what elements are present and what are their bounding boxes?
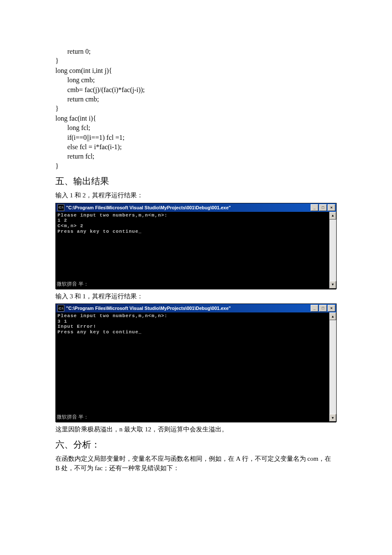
scrollbar-2[interactable]: ▲ ▼	[329, 312, 336, 422]
code-listing: return 0; } long com(int i,int j){ long …	[55, 47, 337, 171]
titlebar-1: C:\ "C:\Program Files\Microsoft Visual S…	[56, 203, 336, 212]
cmd-icon: C:\	[58, 305, 64, 312]
scroll-down-icon[interactable]: ▼	[329, 414, 336, 422]
minimize-button[interactable]: _	[311, 305, 318, 312]
section-5-heading: 五、输出结果	[55, 175, 337, 187]
window-controls: _ □ ×	[311, 305, 335, 312]
close-button[interactable]: ×	[328, 204, 335, 211]
close-button[interactable]: ×	[328, 305, 335, 312]
section-6-heading: 六、分析：	[55, 439, 337, 451]
title-text-2: "C:\Program Files\Microsoft Visual Studi…	[66, 306, 311, 311]
scroll-track[interactable]	[329, 320, 336, 414]
maximize-button[interactable]: □	[319, 305, 327, 312]
maximize-button[interactable]: □	[319, 204, 327, 211]
ime-status-1: 微软拼音 半：	[57, 280, 89, 288]
console-window-1: C:\ "C:\Program Files\Microsoft Visual S…	[55, 203, 337, 289]
title-text-1: "C:\Program Files\Microsoft Visual Studi…	[66, 205, 311, 210]
scroll-down-icon[interactable]: ▼	[329, 281, 336, 289]
console-output-1: Please input two numbers,m,n<m,n>: 1 2 C…	[56, 212, 336, 289]
titlebar-2: C:\ "C:\Program Files\Microsoft Visual S…	[56, 304, 336, 312]
caption-run1: 输入 1 和 2，其程序运行结果：	[55, 191, 337, 200]
ime-status-2: 微软拼音 半：	[57, 413, 89, 421]
caption-run2: 输入 3 和 1，其程序运行结果：	[55, 292, 337, 301]
scroll-up-icon[interactable]: ▲	[329, 212, 336, 220]
overflow-note: 这里因阶乘极易溢出，n 最大取 12，否则运算中会发生溢出。	[55, 425, 337, 434]
console-output-2: Please input two numbers,m,n<m,n>: 3 1 I…	[56, 312, 336, 422]
window-controls: _ □ ×	[311, 204, 335, 211]
scrollbar-1[interactable]: ▲ ▼	[329, 212, 336, 289]
minimize-button[interactable]: _	[311, 204, 318, 211]
scroll-up-icon[interactable]: ▲	[329, 312, 336, 320]
cmd-icon: C:\	[58, 204, 64, 211]
console-window-2: C:\ "C:\Program Files\Microsoft Visual S…	[55, 304, 337, 422]
analysis-text: 在函数内定义局部变量时，变量名不应与函数名相同，例如，在 A 行，不可定义变量名…	[55, 454, 337, 473]
scroll-track[interactable]	[329, 220, 336, 281]
